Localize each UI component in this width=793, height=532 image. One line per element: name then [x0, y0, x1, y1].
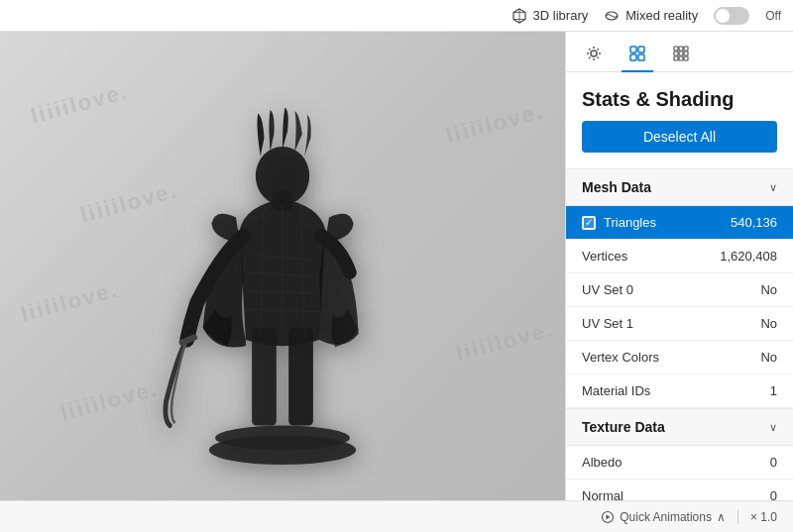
svg-point-6 [256, 146, 309, 204]
quick-animations-button[interactable]: Quick Animations ∧ [601, 510, 726, 524]
stats-icon [629, 46, 645, 61]
toggle-off-label: Off [765, 9, 781, 23]
triangles-value: 540,136 [731, 215, 777, 230]
mesh-data-title: Mesh Data [582, 179, 651, 195]
svg-rect-24 [638, 47, 644, 53]
triangles-row[interactable]: ✓ Triangles 540,136 [566, 206, 793, 240]
bottombar: Quick Animations ∧ × 1.0 [0, 500, 793, 532]
vertices-row-left: Vertices [582, 249, 627, 264]
grid-icon [673, 46, 689, 61]
svg-rect-31 [679, 52, 683, 55]
topbar: 3D library Mixed reality Off [0, 0, 793, 32]
vertices-label: Vertices [582, 249, 627, 264]
watermark-3: liiiilove. [18, 276, 121, 327]
vertices-row: Vertices 1,620,408 [566, 240, 793, 273]
texture-data-title: Texture Data [582, 419, 665, 435]
toggle-knob [716, 9, 730, 23]
svg-line-21 [598, 49, 600, 51]
vertices-value: 1,620,408 [720, 249, 777, 264]
svg-line-19 [589, 49, 591, 51]
watermark-6: liiiilove. [454, 316, 557, 367]
mixed-reality-button[interactable]: Mixed reality [604, 8, 698, 24]
tab-stats[interactable] [622, 40, 653, 72]
mesh-data-chevron: ∨ [769, 181, 777, 194]
uvset1-row: UV Set 1 No [566, 307, 793, 341]
vertex-colors-label: Vertex Colors [582, 350, 659, 365]
sun-icon [586, 46, 602, 61]
svg-rect-26 [638, 54, 644, 60]
cube-icon [511, 8, 527, 24]
quick-animations-caret: ∧ [717, 510, 726, 524]
material-ids-value: 1 [770, 383, 777, 398]
svg-point-2 [215, 425, 350, 450]
uvset1-value: No [760, 316, 777, 331]
model-container [134, 58, 431, 475]
vertex-colors-row-left: Vertex Colors [582, 350, 659, 365]
triangles-checkbox[interactable]: ✓ [582, 216, 596, 230]
uvset1-label: UV Set 1 [582, 316, 633, 331]
scale-control[interactable]: × 1.0 [750, 510, 777, 524]
bottombar-divider [737, 510, 738, 524]
watermark-5: liiiilove. [444, 98, 547, 149]
uvset0-value: No [760, 282, 777, 297]
texture-data-section-header[interactable]: Texture Data ∨ [566, 408, 793, 446]
mixed-reality-icon [604, 8, 620, 24]
svg-rect-34 [679, 56, 683, 60]
normal-row-left: Normal [582, 488, 623, 500]
mixed-reality-label: Mixed reality [625, 8, 698, 23]
albedo-row: Albedo 0 [566, 446, 793, 479]
svg-rect-33 [674, 56, 678, 60]
svg-rect-25 [630, 54, 636, 60]
triangles-label: Triangles [604, 215, 656, 230]
svg-line-20 [598, 57, 600, 59]
uvset0-label: UV Set 0 [582, 282, 633, 297]
albedo-row-left: Albedo [582, 455, 622, 470]
tab-grid[interactable] [665, 40, 697, 72]
vertex-colors-value: No [760, 350, 777, 365]
3d-model [134, 58, 431, 475]
normal-value: 0 [770, 488, 777, 500]
mixed-reality-toggle[interactable] [714, 7, 749, 25]
texture-data-chevron: ∨ [769, 421, 777, 434]
right-panel: Stats & Shading Deselect All Mesh Data ∨… [565, 32, 793, 500]
viewport[interactable]: liiiilove. liiiilove. liiiilove. liiiilo… [0, 32, 565, 500]
deselect-all-button[interactable]: Deselect All [582, 121, 777, 153]
uvset0-row-left: UV Set 0 [582, 282, 633, 297]
panel-tabs [566, 32, 793, 72]
main-area: liiiilove. liiiilove. liiiilove. liiiilo… [0, 32, 793, 500]
svg-rect-32 [684, 52, 688, 55]
scale-value: × 1.0 [750, 510, 777, 524]
triangles-row-left: ✓ Triangles [582, 215, 656, 230]
panel-title: Stats & Shading [566, 72, 793, 121]
3d-library-label: 3D library [533, 8, 589, 23]
svg-rect-27 [674, 47, 678, 51]
svg-rect-29 [684, 47, 688, 51]
svg-rect-35 [684, 56, 688, 60]
albedo-label: Albedo [582, 455, 622, 470]
svg-rect-28 [679, 47, 683, 51]
vertex-colors-row: Vertex Colors No [566, 341, 793, 374]
quick-animations-label: Quick Animations [620, 510, 712, 524]
material-ids-row: Material IDs 1 [566, 374, 793, 408]
normal-label: Normal [582, 488, 623, 500]
svg-rect-30 [674, 52, 678, 55]
material-ids-label: Material IDs [582, 383, 650, 398]
mesh-data-section-header[interactable]: Mesh Data ∨ [566, 168, 793, 206]
svg-rect-23 [630, 47, 636, 53]
svg-point-14 [591, 51, 597, 56]
svg-line-22 [589, 57, 591, 59]
animation-icon [601, 510, 615, 524]
watermark-1: liiiilove. [28, 78, 131, 129]
albedo-value: 0 [770, 455, 777, 470]
uvset1-row-left: UV Set 1 [582, 316, 633, 331]
3d-library-button[interactable]: 3D library [511, 8, 589, 24]
tab-sun[interactable] [578, 40, 610, 72]
normal-row: Normal 0 [566, 479, 793, 500]
material-ids-row-left: Material IDs [582, 383, 650, 398]
uvset0-row: UV Set 0 No [566, 273, 793, 307]
